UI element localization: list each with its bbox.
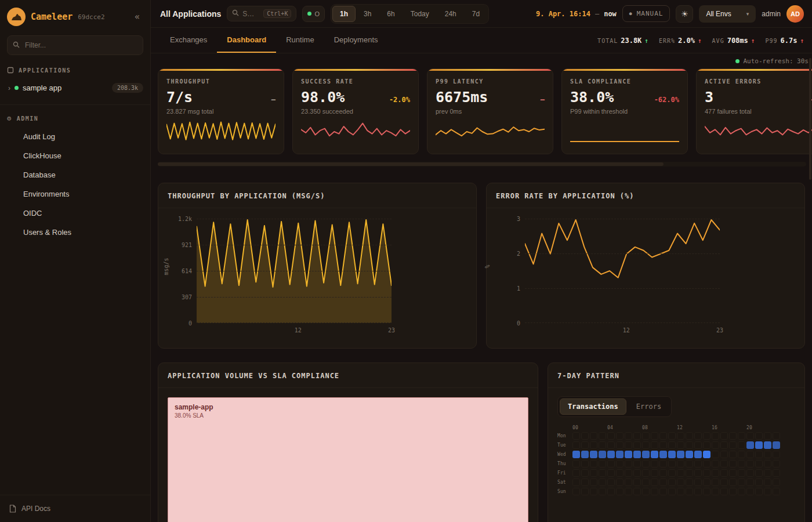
vertical-scrollbar[interactable] <box>809 58 811 180</box>
sidebar-item-oidc[interactable]: OIDC <box>0 204 150 223</box>
filter-input[interactable] <box>7 35 143 55</box>
heatmap-cell[interactable] <box>590 488 597 495</box>
heatmap-cell[interactable] <box>712 469 719 477</box>
heatmap-cell[interactable] <box>677 478 684 486</box>
global-search[interactable]: Ctrl+K <box>227 6 296 21</box>
heatmap-cell[interactable] <box>633 469 641 477</box>
sidebar-item-users-roles[interactable]: Users & Roles <box>0 223 150 242</box>
heatmap-cell[interactable] <box>712 451 719 458</box>
heatmap-cell[interactable] <box>729 441 737 449</box>
heatmap-cell[interactable] <box>642 451 650 458</box>
horizontal-scrollbar-thumb[interactable] <box>158 162 664 166</box>
heatmap-cell[interactable] <box>625 488 632 495</box>
heatmap-cell[interactable] <box>703 488 710 495</box>
heatmap-cell[interactable] <box>773 460 780 467</box>
tab-runtime[interactable]: Runtime <box>276 28 324 53</box>
heatmap-cell[interactable] <box>590 441 597 449</box>
heatmap-cell[interactable] <box>659 441 667 449</box>
heatmap-cell[interactable] <box>572 488 580 495</box>
heatmap-cell[interactable] <box>677 460 684 467</box>
heatmap-cell[interactable] <box>668 488 676 495</box>
sidebar-item-database[interactable]: Database <box>0 165 150 184</box>
heatmap-cell[interactable] <box>659 451 667 458</box>
heatmap-cell[interactable] <box>686 441 693 449</box>
heatmap-cell[interactable] <box>581 441 589 449</box>
heatmap-cell[interactable] <box>633 451 641 458</box>
time-range-today[interactable]: Today <box>403 6 437 22</box>
heatmap-cell[interactable] <box>738 432 745 440</box>
heatmap-cell[interactable] <box>755 432 763 440</box>
heatmap-cell[interactable] <box>755 469 763 477</box>
heatmap-cell[interactable] <box>720 460 728 467</box>
heatmap-cell[interactable] <box>651 488 658 495</box>
manual-refresh-button[interactable]: ● MANUAL <box>622 5 670 22</box>
heatmap-cell[interactable] <box>642 441 650 449</box>
heatmap-cell[interactable] <box>625 451 632 458</box>
heatmap-cell[interactable] <box>720 441 728 449</box>
heatmap-cell[interactable] <box>642 432 650 440</box>
environment-select[interactable]: All Envs ▾ <box>699 5 756 23</box>
heatmap-cell[interactable] <box>712 441 719 449</box>
heatmap-cell[interactable] <box>746 432 754 440</box>
heatmap-cell[interactable] <box>668 441 676 449</box>
heatmap-cell[interactable] <box>677 488 684 495</box>
heatmap-cell[interactable] <box>625 469 632 477</box>
heatmap-cell[interactable] <box>773 478 780 486</box>
heatmap-cell[interactable] <box>659 469 667 477</box>
heatmap-cell[interactable] <box>712 488 719 495</box>
heatmap-cell[interactable] <box>599 432 606 440</box>
heatmap-cell[interactable] <box>720 478 728 486</box>
heatmap-cell[interactable] <box>668 451 676 458</box>
heatmap-cell[interactable] <box>616 451 624 458</box>
heatmap-cell[interactable] <box>746 460 754 467</box>
heatmap-cell[interactable] <box>607 478 615 486</box>
heatmap-cell[interactable] <box>773 432 780 440</box>
heatmap-cell[interactable] <box>616 441 624 449</box>
heatmap-cell[interactable] <box>590 451 597 458</box>
heatmap-cell[interactable] <box>703 441 710 449</box>
heatmap-cell[interactable] <box>729 488 737 495</box>
tab-exchanges[interactable]: Exchanges <box>160 28 217 53</box>
heatmap-cell[interactable] <box>686 460 693 467</box>
heatmap-cell[interactable] <box>746 478 754 486</box>
heatmap-cell[interactable] <box>686 451 693 458</box>
heatmap-cell[interactable] <box>616 488 624 495</box>
heatmap-cell[interactable] <box>616 478 624 486</box>
heatmap-cell[interactable] <box>755 478 763 486</box>
heatmap-cell[interactable] <box>720 451 728 458</box>
heatmap-cell[interactable] <box>755 451 763 458</box>
heatmap-cell[interactable] <box>572 432 580 440</box>
heatmap-cell[interactable] <box>651 469 658 477</box>
heatmap-cell[interactable] <box>746 441 754 449</box>
api-docs-link[interactable]: API Docs <box>0 495 150 522</box>
heatmap-cell[interactable] <box>686 488 693 495</box>
heatmap-cell[interactable] <box>590 460 597 467</box>
heatmap-cell[interactable] <box>729 432 737 440</box>
time-window-display[interactable]: 9. Apr. 16:14 – now <box>536 10 617 18</box>
heatmap-cell[interactable] <box>581 451 589 458</box>
heatmap-cell[interactable] <box>746 469 754 477</box>
heatmap-cell[interactable] <box>712 478 719 486</box>
heatmap-cell[interactable] <box>581 460 589 467</box>
heatmap-cell[interactable] <box>703 432 710 440</box>
heatmap-cell[interactable] <box>651 478 658 486</box>
heatmap-cell[interactable] <box>738 469 745 477</box>
heatmap-cell[interactable] <box>764 451 771 458</box>
heatmap-cell[interactable] <box>625 478 632 486</box>
heatmap-cell[interactable] <box>668 460 676 467</box>
heatmap-cell[interactable] <box>764 460 771 467</box>
heatmap-cell[interactable] <box>764 441 771 449</box>
heatmap-cell[interactable] <box>686 469 693 477</box>
heatmap-cell[interactable] <box>712 460 719 467</box>
heatmap-cell[interactable] <box>633 488 641 495</box>
heatmap-cell[interactable] <box>694 460 702 467</box>
search-input[interactable] <box>242 10 260 18</box>
heatmap-cell[interactable] <box>729 451 737 458</box>
heatmap-cell[interactable] <box>755 488 763 495</box>
heatmap-cell[interactable] <box>642 478 650 486</box>
heatmap-cell[interactable] <box>773 451 780 458</box>
heatmap-cell[interactable] <box>651 432 658 440</box>
heatmap-cell[interactable] <box>607 460 615 467</box>
tab-dashboard[interactable]: Dashboard <box>217 28 276 53</box>
heatmap-cell[interactable] <box>599 469 606 477</box>
